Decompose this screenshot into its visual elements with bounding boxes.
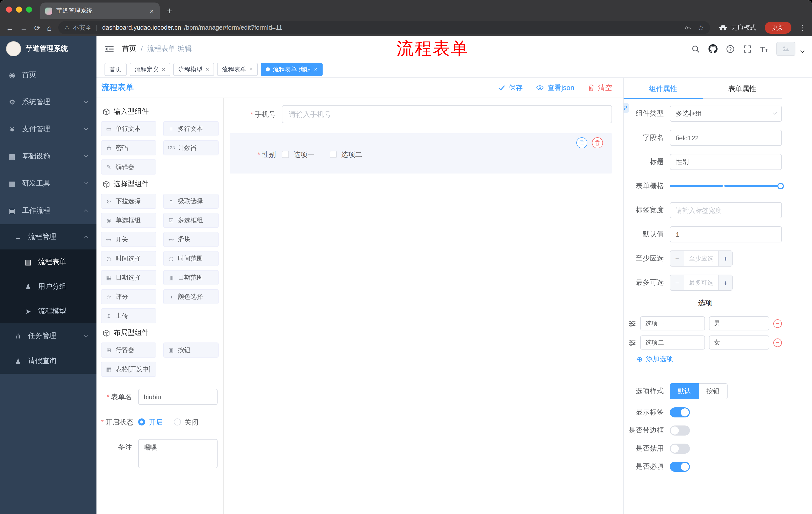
key-icon[interactable]: [684, 24, 692, 31]
gender-option1-checkbox[interactable]: 选项一: [282, 150, 315, 159]
palette-item-rate[interactable]: ☆评分: [101, 289, 156, 304]
palette-item-radio-group[interactable]: ◉单选框组: [101, 213, 156, 228]
title-input[interactable]: [670, 154, 782, 170]
tag-close-icon[interactable]: ×: [249, 66, 253, 73]
palette-item-dropdown[interactable]: ⊙下拉选择: [101, 194, 156, 209]
palette-item-color-picker[interactable]: ◑颜色选择: [163, 289, 219, 304]
tag-close-icon[interactable]: ×: [205, 66, 209, 73]
save-button[interactable]: 保存: [498, 83, 523, 92]
increase-button[interactable]: +: [718, 251, 732, 266]
form-name-input[interactable]: [138, 389, 218, 405]
slider-handle[interactable]: [777, 183, 784, 189]
decrease-button[interactable]: −: [670, 275, 685, 290]
tab-form-props[interactable]: 表单属性: [703, 78, 782, 98]
decrease-button[interactable]: −: [670, 251, 685, 266]
option2-value-input[interactable]: [709, 335, 769, 350]
sidebar-item-leave-query[interactable]: ♟ 请假查询: [0, 349, 96, 374]
phone-input[interactable]: [282, 105, 612, 123]
tab-component-props[interactable]: 组件属性: [624, 78, 703, 98]
forward-icon[interactable]: →: [20, 24, 28, 31]
palette-item-time-picker[interactable]: ◷时间选择: [101, 251, 156, 266]
back-icon[interactable]: ←: [6, 24, 13, 31]
sidebar-item-process-model[interactable]: ➤ 流程模型: [0, 299, 96, 323]
palette-item-table[interactable]: ▦表格[开发中]: [101, 361, 156, 377]
option-drag-handle-icon[interactable]: [629, 339, 636, 346]
selected-checkbox-widget[interactable]: *性别 选项一 选项二: [230, 133, 612, 173]
phone-field-row[interactable]: *手机号: [230, 105, 612, 123]
palette-item-time-range[interactable]: ◴时间范围: [163, 251, 219, 266]
border-toggle[interactable]: [670, 426, 690, 436]
sidebar-item-devtools[interactable]: ▥ 研发工具: [0, 170, 96, 197]
breadcrumb-home[interactable]: 首页: [122, 44, 136, 53]
tag-process-definition[interactable]: 流程定义 ×: [129, 63, 170, 76]
sidebar-item-task-mgmt[interactable]: ⋔ 任务管理: [0, 323, 96, 349]
home-icon[interactable]: ⌂: [47, 24, 52, 31]
palette-item-password[interactable]: 密码: [101, 140, 156, 155]
grid-slider[interactable]: [670, 178, 782, 194]
avatar-dropdown-caret-icon[interactable]: [801, 49, 805, 53]
palette-item-cascader[interactable]: ⋔级联选择: [163, 194, 219, 209]
default-value-input[interactable]: [670, 226, 782, 242]
field-link-button[interactable]: [623, 103, 629, 113]
remove-option-button[interactable]: −: [773, 319, 782, 328]
min-select-value[interactable]: 至少应选: [685, 251, 718, 266]
bookmark-star-icon[interactable]: ☆: [698, 24, 704, 32]
new-tab-button[interactable]: +: [167, 6, 172, 16]
minimize-window-button[interactable]: [16, 6, 22, 12]
add-option-button[interactable]: ⊕ 添加选项: [637, 355, 782, 363]
sidebar-item-infra[interactable]: ▤ 基础设施: [0, 143, 96, 170]
max-select-value[interactable]: 最多可选: [685, 275, 718, 290]
sidebar-item-process-form[interactable]: ▤ 流程表单: [0, 249, 96, 274]
user-avatar[interactable]: [776, 42, 795, 56]
palette-item-switch[interactable]: ⊶开关: [101, 232, 156, 247]
sidebar-item-workflow[interactable]: ▣ 工作流程: [0, 197, 96, 224]
palette-item-button[interactable]: ▣按钮: [163, 343, 219, 358]
style-default-button[interactable]: 默认: [670, 383, 699, 399]
status-on-radio[interactable]: 开启: [138, 414, 163, 430]
tag-close-icon[interactable]: ×: [162, 66, 165, 73]
palette-item-editor[interactable]: ✎编辑器: [101, 159, 156, 174]
form-remark-textarea[interactable]: 嘿嘿: [138, 439, 218, 468]
browser-menu-icon[interactable]: ⋮: [799, 24, 806, 32]
fullscreen-icon[interactable]: [743, 45, 752, 53]
security-label[interactable]: 不安全: [73, 23, 92, 32]
sidebar-item-process-mgmt[interactable]: ≡ 流程管理: [0, 224, 96, 249]
font-size-icon[interactable]: TT: [760, 45, 768, 53]
show-label-toggle[interactable]: [670, 407, 690, 417]
option1-value-input[interactable]: [709, 316, 769, 330]
tag-close-icon[interactable]: ×: [314, 66, 318, 73]
palette-item-checkbox-group[interactable]: ☑多选框组: [163, 213, 219, 228]
address-bar[interactable]: ⚠ 不安全 dashboard.yudao.iocoder.cn /bpm/ma…: [58, 21, 710, 34]
delete-widget-button[interactable]: [592, 137, 603, 148]
tag-process-model[interactable]: 流程模型 ×: [173, 63, 214, 76]
sidebar-item-user-group[interactable]: ♟ 用户分组: [0, 274, 96, 299]
option1-label-input[interactable]: [640, 316, 705, 330]
close-window-button[interactable]: [6, 6, 12, 12]
option-drag-handle-icon[interactable]: [629, 320, 636, 327]
form-canvas[interactable]: *手机号: [224, 98, 623, 514]
github-icon[interactable]: [708, 44, 718, 53]
palette-item-date-range[interactable]: ▥日期范围: [163, 270, 219, 285]
palette-item-upload[interactable]: ↥上传: [101, 308, 156, 323]
style-button-button[interactable]: 按钮: [699, 383, 728, 399]
sidebar-item-payment[interactable]: ¥ 支付管理: [0, 116, 96, 143]
disabled-toggle[interactable]: [670, 443, 690, 454]
status-off-radio[interactable]: 关闭: [174, 414, 199, 430]
browser-update-button[interactable]: 更新: [765, 22, 791, 34]
browser-tab[interactable]: 芋道管理系统 ×: [40, 2, 160, 19]
sidebar-item-home[interactable]: ◉ 首页: [0, 61, 96, 88]
tag-process-form[interactable]: 流程表单 ×: [217, 63, 258, 76]
view-json-button[interactable]: 查看json: [536, 83, 574, 92]
palette-item-slider[interactable]: ⊷滑块: [163, 232, 219, 247]
search-icon[interactable]: [691, 45, 700, 53]
option2-label-input[interactable]: [640, 335, 705, 350]
palette-item-single-text[interactable]: ▭单行文本: [101, 121, 156, 136]
component-type-select[interactable]: 多选框组: [670, 106, 782, 122]
gender-option2-checkbox[interactable]: 选项二: [330, 150, 362, 159]
field-name-input[interactable]: [670, 130, 782, 146]
clear-button[interactable]: 清空: [587, 83, 612, 92]
copy-widget-button[interactable]: [576, 137, 587, 148]
collapse-sidebar-icon[interactable]: [105, 45, 114, 53]
palette-item-row-container[interactable]: ⊞行容器: [101, 343, 156, 358]
label-width-input[interactable]: [670, 202, 782, 218]
